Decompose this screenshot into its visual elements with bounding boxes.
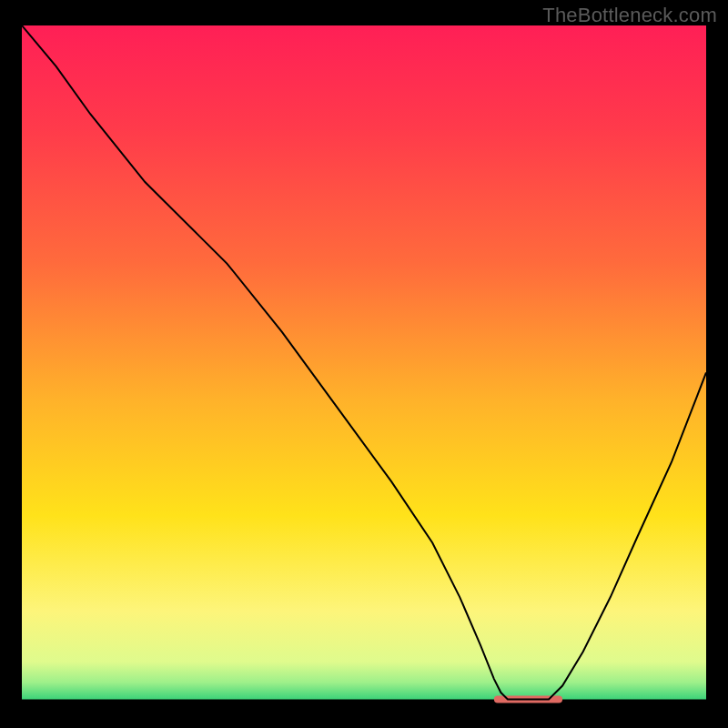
bottom-black-band xyxy=(22,700,706,706)
plot-svg xyxy=(22,25,706,706)
chart-container: TheBottleneck.com xyxy=(0,0,728,728)
plot-area xyxy=(22,25,706,706)
watermark-text: TheBottleneck.com xyxy=(542,4,717,27)
gradient-background xyxy=(22,25,706,706)
